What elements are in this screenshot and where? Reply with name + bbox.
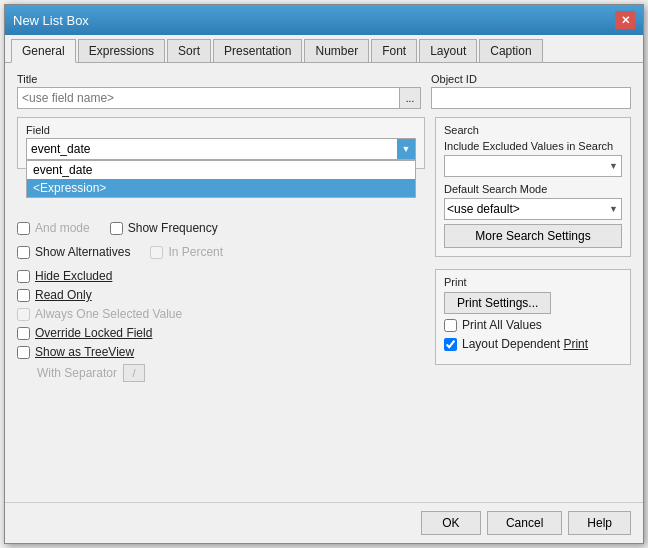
tab-presentation[interactable]: Presentation — [213, 39, 302, 62]
dialog-footer: OK Cancel Help — [5, 502, 643, 543]
show-frequency-checkbox[interactable] — [110, 222, 123, 235]
dialog-body: Title ... Object ID Field e — [5, 63, 643, 502]
search-label: Search — [444, 124, 622, 136]
object-id-input[interactable] — [431, 87, 631, 109]
default-mode-select-wrapper: <use default> — [444, 198, 622, 220]
checkbox-row-top: And mode Show Frequency — [17, 221, 425, 240]
field-dropdown[interactable]: event_date ▼ — [26, 138, 416, 160]
in-percent-checkbox[interactable] — [150, 246, 163, 259]
show-alternatives-checkbox[interactable] — [17, 246, 30, 259]
cancel-button[interactable]: Cancel — [487, 511, 562, 535]
dropdown-item-event-date[interactable]: event_date — [27, 161, 415, 179]
read-only-label: Read Only — [35, 288, 92, 302]
include-select[interactable] — [444, 155, 622, 177]
separator-input[interactable]: / — [123, 364, 145, 382]
show-alternatives-label: Show Alternatives — [35, 245, 130, 259]
tab-number[interactable]: Number — [304, 39, 369, 62]
show-alternatives-row: Show Alternatives — [17, 245, 130, 259]
right-panel: Search Include Excluded Values in Search… — [435, 117, 631, 382]
field-selected-value: event_date — [31, 142, 90, 156]
object-id-label: Object ID — [431, 73, 631, 85]
field-label: Field — [26, 124, 416, 136]
override-locked-label: Override Locked Field — [35, 326, 152, 340]
read-only-checkbox[interactable] — [17, 289, 30, 302]
tab-sort[interactable]: Sort — [167, 39, 211, 62]
print-settings-button[interactable]: Print Settings... — [444, 292, 551, 314]
tab-bar: General Expressions Sort Presentation Nu… — [5, 35, 643, 63]
main-content: Field event_date ▼ event_date <Expressio… — [17, 117, 631, 382]
close-button[interactable]: ✕ — [615, 11, 635, 29]
and-mode-checkbox[interactable] — [17, 222, 30, 235]
print-all-values-label: Print All Values — [462, 318, 542, 332]
checkbox-row-2: Show Alternatives In Percent — [17, 245, 425, 264]
hide-excluded-row: Hide Excluded — [17, 269, 425, 283]
print-section: Print Print Settings... Print All Values… — [435, 269, 631, 365]
show-frequency-row: Show Frequency — [110, 221, 218, 235]
search-section: Search Include Excluded Values in Search… — [435, 117, 631, 257]
and-mode-label: And mode — [35, 221, 90, 235]
print-all-values-checkbox[interactable] — [444, 319, 457, 332]
tab-general[interactable]: General — [11, 39, 76, 63]
title-bar: New List Box ✕ — [5, 5, 643, 35]
dialog-title: New List Box — [13, 13, 89, 28]
tab-layout[interactable]: Layout — [419, 39, 477, 62]
read-only-row: Read Only — [17, 288, 425, 302]
show-frequency-label: Show Frequency — [128, 221, 218, 235]
layout-dependent-print-checkbox[interactable] — [444, 338, 457, 351]
always-one-selected-checkbox[interactable] — [17, 308, 30, 321]
default-mode-select[interactable]: <use default> — [444, 198, 622, 220]
title-input[interactable] — [17, 87, 399, 109]
include-select-wrapper — [444, 155, 622, 177]
field-dropdown-area: event_date ▼ event_date <Expression> — [26, 138, 416, 160]
hide-excluded-label: Hide Excluded — [35, 269, 112, 283]
more-search-settings-button[interactable]: More Search Settings — [444, 224, 622, 248]
print-all-values-row: Print All Values — [444, 318, 622, 332]
title-label: Title — [17, 73, 421, 85]
hide-excluded-checkbox[interactable] — [17, 270, 30, 283]
in-percent-label: In Percent — [168, 245, 223, 259]
layout-dependent-print-row: Layout Dependent Print — [444, 337, 622, 351]
override-locked-row: Override Locked Field — [17, 326, 425, 340]
ok-button[interactable]: OK — [421, 511, 481, 535]
browse-button[interactable]: ... — [399, 87, 421, 109]
with-separator-row: With Separator / — [37, 364, 425, 382]
print-underline: Print — [563, 337, 588, 351]
layout-dependent-print-label: Layout Dependent Print — [462, 337, 588, 351]
print-label: Print — [444, 276, 622, 288]
show-treeview-checkbox[interactable] — [17, 346, 30, 359]
tab-expressions[interactable]: Expressions — [78, 39, 165, 62]
left-panel: Field event_date ▼ event_date <Expressio… — [17, 117, 425, 382]
include-label: Include Excluded Values in Search — [444, 140, 622, 152]
show-treeview-row: Show as TreeView — [17, 345, 425, 359]
in-percent-row: In Percent — [150, 245, 223, 259]
always-one-selected-row: Always One Selected Value — [17, 307, 425, 321]
help-button[interactable]: Help — [568, 511, 631, 535]
always-one-selected-label: Always One Selected Value — [35, 307, 182, 321]
override-locked-checkbox[interactable] — [17, 327, 30, 340]
field-section: Field event_date ▼ event_date <Expressio… — [17, 117, 425, 169]
field-dropdown-list: event_date <Expression> — [26, 160, 416, 198]
dialog: New List Box ✕ General Expressions Sort … — [4, 4, 644, 544]
with-separator-label: With Separator — [37, 366, 117, 380]
tab-font[interactable]: Font — [371, 39, 417, 62]
and-mode-row: And mode — [17, 221, 90, 235]
tab-caption[interactable]: Caption — [479, 39, 542, 62]
default-mode-label: Default Search Mode — [444, 183, 622, 195]
dropdown-arrow-icon: ▼ — [397, 139, 415, 159]
dropdown-item-expression[interactable]: <Expression> — [27, 179, 415, 197]
show-treeview-label: Show as TreeView — [35, 345, 134, 359]
